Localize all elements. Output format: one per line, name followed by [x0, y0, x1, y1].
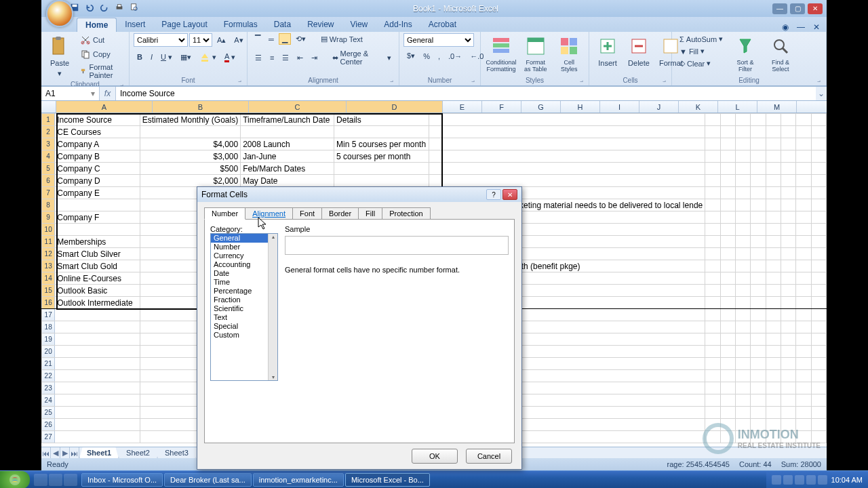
cell[interactable] — [751, 138, 766, 150]
cell[interactable] — [55, 370, 140, 382]
cell[interactable] — [766, 175, 781, 187]
cell[interactable] — [334, 175, 429, 187]
ribbon-tab-page-layout[interactable]: Page Layout — [153, 18, 215, 32]
category-currency[interactable]: Currency — [211, 251, 268, 260]
cell[interactable] — [705, 382, 720, 394]
cell[interactable] — [429, 150, 705, 163]
col-header-H[interactable]: H — [561, 101, 600, 113]
row-header[interactable]: 14 — [42, 272, 55, 285]
row-header[interactable]: 17 — [42, 309, 55, 321]
cell[interactable] — [766, 114, 781, 126]
cell[interactable] — [751, 224, 766, 236]
cell[interactable] — [735, 236, 750, 248]
cell[interactable] — [781, 419, 795, 431]
cell[interactable] — [720, 394, 735, 407]
ql-icon[interactable] — [34, 474, 47, 486]
cell[interactable]: CE Courses — [55, 126, 140, 138]
cell[interactable] — [781, 138, 795, 150]
cell[interactable] — [781, 370, 795, 382]
cell[interactable] — [735, 285, 750, 297]
cell[interactable] — [751, 285, 766, 297]
cell[interactable] — [796, 297, 811, 309]
cell[interactable] — [735, 297, 750, 309]
cell[interactable]: Company A — [55, 138, 140, 150]
cell[interactable] — [766, 211, 781, 224]
row-header[interactable]: 22 — [42, 370, 55, 382]
cell[interactable] — [751, 419, 766, 431]
row-header[interactable]: 8 — [42, 199, 55, 211]
cell[interactable] — [735, 150, 750, 163]
cell[interactable] — [735, 175, 750, 187]
ribbon-tab-data[interactable]: Data — [266, 18, 299, 32]
cell[interactable] — [796, 211, 811, 224]
cell[interactable] — [781, 236, 795, 248]
cell[interactable] — [720, 321, 735, 333]
row-header[interactable]: 19 — [42, 333, 55, 346]
cell[interactable]: Smart Club Silver — [55, 248, 140, 260]
cell[interactable] — [55, 321, 140, 333]
col-header-L[interactable]: L — [718, 101, 757, 113]
category-time[interactable]: Time — [211, 278, 268, 287]
cell[interactable] — [811, 272, 826, 285]
office-button[interactable] — [46, 0, 73, 27]
category-date[interactable]: Date — [211, 269, 268, 278]
cell[interactable]: Estimated Monthly (Goals) — [140, 114, 240, 126]
dialog-tab-alignment[interactable]: Alignment — [245, 207, 293, 219]
cell[interactable] — [735, 394, 750, 407]
cell[interactable] — [766, 260, 781, 272]
col-header-M[interactable]: M — [757, 101, 797, 113]
category-text[interactable]: Text — [211, 313, 268, 322]
cell[interactable]: Online E-Courses — [55, 272, 140, 285]
maximize-button[interactable]: ▢ — [790, 3, 805, 14]
cell[interactable] — [781, 224, 795, 236]
paste-button[interactable]: Paste▾ — [45, 33, 74, 79]
category-scientific[interactable]: Scientific — [211, 304, 268, 313]
cell[interactable] — [811, 150, 826, 163]
cell[interactable] — [735, 187, 750, 199]
cell[interactable] — [735, 370, 750, 382]
formula-input[interactable]: Income Source — [116, 87, 816, 100]
cell[interactable] — [55, 407, 140, 419]
cell[interactable] — [796, 431, 811, 443]
row-header[interactable]: 11 — [42, 236, 55, 248]
grow-font-icon[interactable]: A▴ — [214, 35, 229, 46]
cell[interactable] — [781, 285, 795, 297]
cell[interactable] — [796, 236, 811, 248]
cell[interactable] — [751, 333, 766, 346]
number-format-select[interactable]: General — [403, 33, 474, 47]
cell[interactable] — [720, 358, 735, 370]
cell[interactable] — [751, 321, 766, 333]
align-bottom-icon[interactable]: ▁ — [279, 33, 291, 45]
cell[interactable] — [811, 126, 826, 138]
col-header-D[interactable]: D — [347, 101, 443, 113]
cell[interactable] — [751, 297, 766, 309]
col-header-J[interactable]: J — [639, 101, 679, 113]
cell[interactable] — [705, 333, 720, 346]
cell[interactable] — [811, 346, 826, 358]
cell[interactable] — [766, 407, 781, 419]
border-button[interactable]: ▦▾ — [177, 52, 195, 63]
cell[interactable] — [751, 346, 766, 358]
cell[interactable] — [766, 297, 781, 309]
cell[interactable] — [735, 333, 750, 346]
cell[interactable] — [720, 382, 735, 394]
clear-button[interactable]: ◇ Clear▾ — [676, 58, 714, 69]
row-header[interactable]: 3 — [42, 138, 55, 150]
row-header[interactable]: 16 — [42, 297, 55, 309]
fill-color-button[interactable]: ▾ — [196, 50, 220, 64]
cell[interactable] — [751, 260, 766, 272]
cell[interactable] — [811, 224, 826, 236]
print-icon[interactable] — [115, 3, 124, 14]
cell[interactable] — [751, 431, 766, 443]
row-header[interactable]: 18 — [42, 321, 55, 333]
cell[interactable]: May Date — [241, 175, 334, 187]
cell[interactable] — [796, 163, 811, 175]
cell[interactable] — [720, 309, 735, 321]
cell[interactable] — [811, 358, 826, 370]
cell[interactable] — [705, 187, 720, 199]
cell[interactable] — [751, 394, 766, 407]
cell[interactable] — [766, 370, 781, 382]
cell[interactable]: Outlook Basic — [55, 285, 140, 297]
cell[interactable] — [720, 126, 735, 138]
cell[interactable] — [735, 272, 750, 285]
